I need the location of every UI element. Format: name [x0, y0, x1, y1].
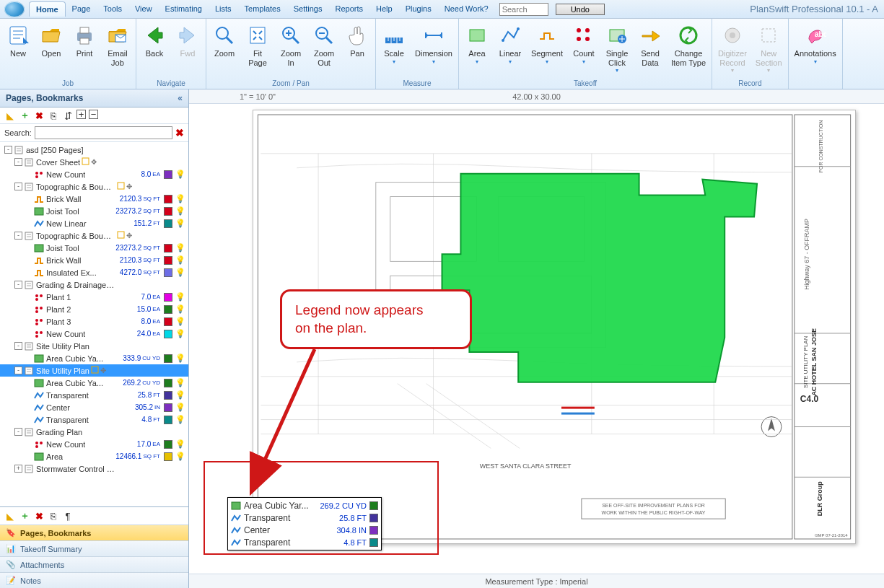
tab-plugins[interactable]: Plugins: [399, 1, 438, 17]
tool-sort-icon[interactable]: ⇵: [62, 110, 74, 121]
tab-takeoff-summary[interactable]: 📊Takeoff Summary: [0, 540, 188, 556]
move-icon[interactable]: ✥: [126, 232, 132, 240]
bulb-icon[interactable]: 💡: [175, 255, 185, 265]
print-button[interactable]: Print: [68, 20, 101, 79]
search-input[interactable]: [499, 3, 548, 16]
tree-node[interactable]: Joist Tool23273.2 SQ FT💡: [0, 205, 188, 217]
bulb-icon[interactable]: 💡: [175, 354, 185, 363]
color-swatch[interactable]: [164, 416, 172, 424]
tree-node[interactable]: Area12466.1 SQ FT💡: [0, 450, 188, 462]
change-button[interactable]: ChangeItem Type: [667, 20, 710, 79]
tree-node[interactable]: -Cover Sheet✥: [0, 156, 188, 168]
count-button[interactable]: Count▾: [567, 20, 600, 79]
tab-lists[interactable]: Lists: [209, 1, 238, 17]
color-swatch[interactable]: [164, 403, 172, 412]
new-button[interactable]: New: [1, 20, 35, 79]
extra-icon[interactable]: [117, 182, 125, 191]
color-swatch[interactable]: [164, 305, 172, 314]
tree-toggle-icon[interactable]: -: [14, 158, 22, 166]
color-swatch[interactable]: [164, 317, 172, 326]
segment-dropdown-icon[interactable]: ▾: [546, 58, 548, 65]
single-dropdown-icon[interactable]: ▾: [616, 67, 618, 74]
color-swatch[interactable]: [164, 452, 172, 461]
tab-notes[interactable]: 📝Notes: [0, 572, 188, 588]
bulb-icon[interactable]: 💡: [175, 243, 185, 253]
bt-triangle-icon[interactable]: ◣: [4, 510, 16, 522]
color-swatch[interactable]: [164, 244, 172, 253]
color-swatch[interactable]: [164, 207, 172, 216]
tab-attachments[interactable]: 📎Attachments: [0, 556, 188, 572]
tree-node[interactable]: -Site Utility Plan: [0, 340, 188, 352]
bulb-icon[interactable]: 💡: [175, 194, 185, 203]
bulb-icon[interactable]: 💡: [175, 403, 185, 412]
segment-button[interactable]: Segment▾: [527, 20, 567, 79]
color-swatch[interactable]: [164, 219, 172, 228]
tab-view[interactable]: View: [128, 1, 159, 17]
bulb-icon[interactable]: 💡: [175, 304, 185, 314]
tool-expand-icon[interactable]: +: [76, 110, 86, 119]
tree-toggle-icon[interactable]: -: [4, 146, 12, 154]
open-button[interactable]: Open: [35, 20, 68, 79]
page-tree[interactable]: -asd [250 Pages]-Cover Sheet✥New Count8.…: [0, 142, 188, 506]
tab-estimating[interactable]: Estimating: [159, 1, 209, 17]
extra-icon[interactable]: [82, 157, 89, 167]
tool-copy-icon[interactable]: ⎘: [48, 110, 59, 121]
color-swatch[interactable]: [164, 195, 172, 203]
dimension-dropdown-icon[interactable]: ▾: [432, 58, 435, 65]
area-dropdown-icon[interactable]: ▾: [476, 58, 478, 65]
tree-node[interactable]: Transparent25.8 FT💡: [0, 389, 188, 401]
annotations-dropdown-icon[interactable]: ▾: [814, 58, 817, 65]
tree-toggle-icon[interactable]: +: [14, 465, 22, 473]
tree-node[interactable]: Plant 38.0 EA💡: [0, 315, 188, 328]
bulb-icon[interactable]: 💡: [175, 439, 185, 449]
tree-node[interactable]: Transparent4.8 FT💡: [0, 413, 188, 426]
extra-icon[interactable]: [117, 231, 125, 240]
bulb-icon[interactable]: 💡: [175, 390, 185, 400]
bt-delete-icon[interactable]: ✖: [33, 510, 45, 522]
tree-node[interactable]: Joist Tool23273.2 SQ FT💡: [0, 242, 188, 254]
bulb-icon[interactable]: 💡: [175, 378, 185, 387]
color-swatch[interactable]: [164, 330, 172, 338]
tree-node[interactable]: Area Cubic Ya...269.2 CU YD💡: [0, 377, 188, 389]
zoom-button[interactable]: Zoom: [208, 20, 241, 79]
tool-add-icon[interactable]: ＋: [19, 110, 30, 121]
color-swatch[interactable]: [164, 391, 172, 400]
color-swatch[interactable]: [164, 170, 172, 179]
side-search-input[interactable]: [35, 126, 172, 139]
tree-node[interactable]: Plant 17.0 EA💡: [0, 291, 188, 303]
tab-need-work-[interactable]: Need Work?: [438, 1, 495, 17]
tree-toggle-icon[interactable]: -: [14, 281, 22, 289]
tab-reports[interactable]: Reports: [328, 1, 369, 17]
bulb-icon[interactable]: 💡: [175, 170, 185, 179]
bt-props-icon[interactable]: ¶: [62, 510, 74, 522]
tree-node[interactable]: New Count8.0 EA💡: [0, 168, 188, 180]
tab-settings[interactable]: Settings: [287, 1, 329, 17]
tool-triangle-icon[interactable]: ◣: [4, 110, 16, 121]
tree-node[interactable]: New Count24.0 EA💡: [0, 328, 188, 340]
tree-node[interactable]: Area Cubic Ya...333.9 CU YD💡: [0, 352, 188, 364]
fitpage-button[interactable]: FitPage: [241, 20, 274, 79]
tree-node[interactable]: Plant 215.0 EA💡: [0, 303, 188, 315]
move-icon[interactable]: ✥: [126, 183, 132, 190]
color-swatch[interactable]: [164, 440, 172, 449]
tree-node[interactable]: New Count17.0 EA💡: [0, 438, 188, 450]
tree-node[interactable]: Insulated Ex...4272.0 SQ FT💡: [0, 266, 188, 278]
tab-tools[interactable]: Tools: [97, 1, 128, 17]
zin-button[interactable]: ZoomIn: [274, 20, 307, 79]
dimension-button[interactable]: Dimension▾: [411, 20, 457, 79]
collapse-icon[interactable]: «: [178, 93, 183, 103]
tree-node[interactable]: Brick Wall2120.3 SQ FT💡: [0, 254, 188, 266]
tree-node[interactable]: -Topographic & Boundary Survey✥: [0, 180, 188, 193]
tool-collapse-icon[interactable]: −: [89, 110, 98, 119]
bt-copy-icon[interactable]: ⎘: [48, 510, 59, 522]
bulb-icon[interactable]: 💡: [175, 317, 185, 326]
tree-node[interactable]: -Grading & Drainage Plan: [0, 278, 188, 291]
bulb-icon[interactable]: 💡: [175, 268, 185, 277]
tree-node[interactable]: -asd [250 Pages]: [0, 144, 188, 156]
zout-button[interactable]: ZoomOut: [307, 20, 341, 79]
move-icon[interactable]: ✥: [91, 158, 97, 166]
bulb-icon[interactable]: 💡: [175, 206, 185, 216]
tab-page[interactable]: Page: [66, 1, 97, 17]
scale-dropdown-icon[interactable]: ▾: [393, 58, 395, 65]
tree-toggle-icon[interactable]: -: [14, 183, 22, 190]
